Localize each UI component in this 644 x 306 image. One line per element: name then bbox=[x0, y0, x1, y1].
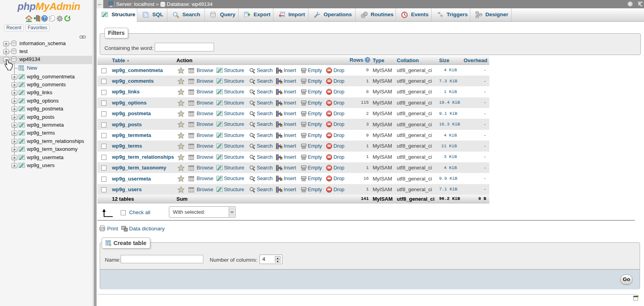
svg-text:?: ? bbox=[366, 58, 368, 62]
